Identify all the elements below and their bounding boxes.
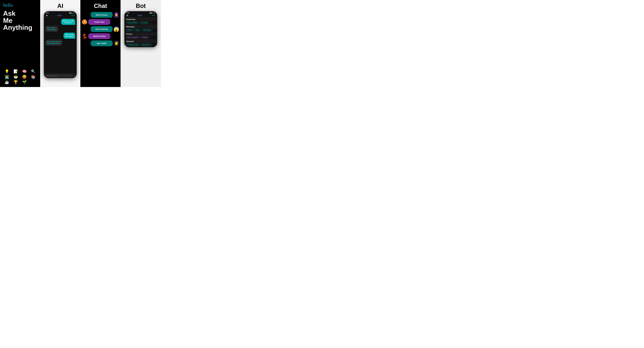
chat-title: Chat bbox=[94, 2, 107, 9]
wellbeing-tags: Nutrition Fitness Mental health bbox=[124, 28, 157, 32]
bot-section: Bot 9:41 ▐▐▐ ▲ ▬ ⚙️ hello Reset Producti… bbox=[120, 0, 161, 87]
status-icons: ▐▐▐ ▲ ▬ bbox=[69, 12, 74, 13]
hero-tagline: AskMeAnything bbox=[3, 10, 37, 31]
emoji-laugh: 😝 bbox=[20, 75, 28, 79]
emoji-bulb: 💡 bbox=[3, 69, 11, 74]
travel-tips-pill[interactable]: Travel Tips bbox=[88, 19, 110, 25]
emoji-hijab: 🧕 bbox=[114, 12, 119, 18]
bot-title: Bot bbox=[136, 2, 146, 9]
hero-section: hello AskMeAnything 💡 📝 🧠 🔍 👨‍💻 🥗 😝 📚 ☕ … bbox=[0, 0, 40, 87]
reset-button[interactable]: Reset bbox=[71, 15, 75, 16]
bot-gear-icon[interactable]: ⚙️ bbox=[126, 15, 128, 16]
link-resources-tag[interactable]: Link Resources bbox=[140, 43, 152, 46]
input-bar[interactable]: How can I help you? ➤ bbox=[44, 73, 76, 78]
ai-section: AI 9:41 ▐▐▐ ▲ ▬ ⚙️ hello Reset What can … bbox=[40, 0, 80, 87]
emoji-trophy: 🏆 bbox=[12, 80, 20, 84]
education-tags: Learning new skills Link Resources bbox=[124, 43, 157, 47]
workout-plan-pill[interactable]: Workout Plan bbox=[88, 33, 110, 39]
chat-option-row-5: New Skills 👩‍🎓 bbox=[82, 40, 119, 46]
learning-new-skills-tag[interactable]: Learning new skills bbox=[126, 43, 140, 46]
chat-section: Chat Write Essays 🧕 🤩 Travel Tips Ask An… bbox=[80, 0, 120, 87]
battery-icon: ▬ bbox=[73, 12, 74, 13]
bot-wifi-icon: ▲ bbox=[152, 12, 153, 13]
emoji-salad: 🥗 bbox=[12, 75, 20, 79]
emoji-notes: 📝 bbox=[12, 69, 20, 74]
fitness-tag[interactable]: Fitness bbox=[134, 29, 141, 31]
budgeting-tag[interactable]: Budgeting bbox=[141, 36, 149, 39]
emoji-graduate: 👩‍🎓 bbox=[114, 41, 119, 46]
money-management-tag[interactable]: Money management bbox=[126, 36, 140, 39]
task-prioritization-tag[interactable]: Task prioritization bbox=[126, 21, 139, 24]
emoji-laptop: 👨‍💻 bbox=[3, 75, 11, 79]
nutrition-tag[interactable]: Nutrition bbox=[126, 29, 134, 31]
finance-label: Finance bbox=[124, 32, 157, 35]
education-label: Education bbox=[124, 40, 157, 43]
bot-phone-time: 9:41 bbox=[127, 12, 129, 13]
bot-reset-button[interactable]: Reset bbox=[152, 15, 155, 16]
emoji-shocked: 😱 bbox=[114, 26, 119, 32]
phone-status-bar: 9:41 ▐▐▐ ▲ ▬ bbox=[44, 11, 76, 13]
emoji-empty bbox=[30, 80, 37, 84]
bot-phone-header: ⚙️ hello Reset bbox=[124, 13, 157, 18]
write-essays-pill[interactable]: Write Essays bbox=[90, 12, 113, 18]
chat-input[interactable]: How can I help you? bbox=[45, 74, 73, 77]
bot-status-icons: ▐▐▐ ▲ ▬ bbox=[149, 12, 155, 13]
wellbeing-label: Well-being bbox=[124, 25, 157, 28]
send-button[interactable]: ➤ bbox=[74, 75, 75, 77]
chat-options-list: Write Essays 🧕 🤩 Travel Tips Ask Anythin… bbox=[82, 12, 119, 46]
chat-bubble-4: What are the 10 besttravel destinations? bbox=[45, 40, 62, 46]
goal-setting-tag[interactable]: Goal setting bbox=[139, 21, 149, 24]
emoji-plant: 🌱 bbox=[20, 80, 28, 84]
phone-header: ⚙️ hello Reset bbox=[44, 13, 76, 18]
emoji-star-eyes: 🤩 bbox=[82, 19, 88, 25]
emoji-books: 📚 bbox=[30, 75, 37, 79]
productivity-label: Productivity bbox=[124, 18, 157, 21]
chat-area: What can I cookfor dinner? How shouldI d… bbox=[44, 18, 76, 73]
emoji-dancer: 💃 bbox=[82, 33, 88, 39]
hero-emojis: 💡 📝 🧠 🔍 👨‍💻 🥗 😝 📚 ☕ 🏆 🌱 bbox=[3, 69, 37, 84]
chat-bubble-1: What can I cookfor dinner? bbox=[61, 19, 75, 25]
wifi-icon: ▲ bbox=[72, 12, 73, 13]
gear-icon[interactable]: ⚙️ bbox=[46, 15, 48, 16]
chat-option-row-4: 💃 Workout Plan bbox=[82, 33, 119, 39]
productivity-tags: Task prioritization Goal setting bbox=[124, 21, 157, 25]
bot-status-bar: 9:41 ▐▐▐ ▲ ▬ bbox=[124, 11, 157, 13]
phone-logo: hello bbox=[57, 14, 62, 17]
hero-logo: hello bbox=[3, 2, 37, 7]
ask-anything-pill[interactable]: Ask Anything bbox=[90, 26, 113, 32]
bot-phone: 9:41 ▐▐▐ ▲ ▬ ⚙️ hello Reset Productivity… bbox=[124, 11, 157, 47]
emoji-coffee: ☕ bbox=[3, 80, 11, 84]
ai-phone: 9:41 ▐▐▐ ▲ ▬ ⚙️ hello Reset What can I c… bbox=[44, 11, 77, 78]
chat-option-row-2: 🤩 Travel Tips bbox=[82, 19, 119, 25]
bot-phone-logo: hello bbox=[138, 14, 142, 17]
mental-health-tag[interactable]: Mental health bbox=[142, 29, 152, 31]
new-skills-pill[interactable]: New Skills bbox=[90, 40, 113, 46]
emoji-brain: 🧠 bbox=[20, 69, 28, 74]
finance-tags: Money management Budgeting bbox=[124, 35, 157, 40]
chat-option-row-1: Write Essays 🧕 bbox=[82, 12, 119, 18]
signal-icon: ▐▐▐ bbox=[69, 12, 71, 13]
emoji-magnify: 🔍 bbox=[30, 69, 37, 74]
ai-title: AI bbox=[57, 2, 63, 9]
chat-bubble-3: What moviecan I watch? bbox=[64, 33, 75, 39]
phone-time: 9:41 bbox=[46, 12, 49, 13]
chat-bubble-2: How shouldI dress today? bbox=[45, 26, 58, 32]
chat-option-row-3: Ask Anything 😱 bbox=[82, 26, 119, 32]
bot-battery-icon: ▬ bbox=[154, 12, 155, 13]
bot-signal-icon: ▐▐▐ bbox=[149, 12, 152, 13]
